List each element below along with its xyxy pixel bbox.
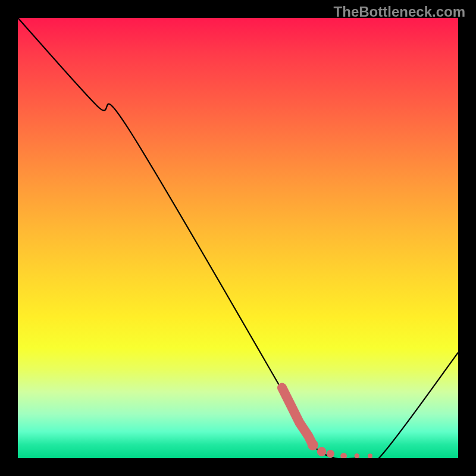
marker-dot	[355, 453, 359, 458]
marker-steep	[282, 388, 313, 445]
marker-dot	[327, 450, 334, 458]
chart-svg	[18, 18, 458, 458]
marker-dot	[317, 447, 327, 456]
marker-dot	[308, 440, 318, 450]
marker-dot	[340, 453, 347, 458]
watermark-text: TheBottleneck.com	[334, 4, 465, 20]
chart-container: TheBottleneck.com	[0, 0, 476, 476]
marker-band	[282, 388, 372, 458]
marker-dot	[368, 453, 372, 458]
curve-line	[18, 18, 458, 458]
